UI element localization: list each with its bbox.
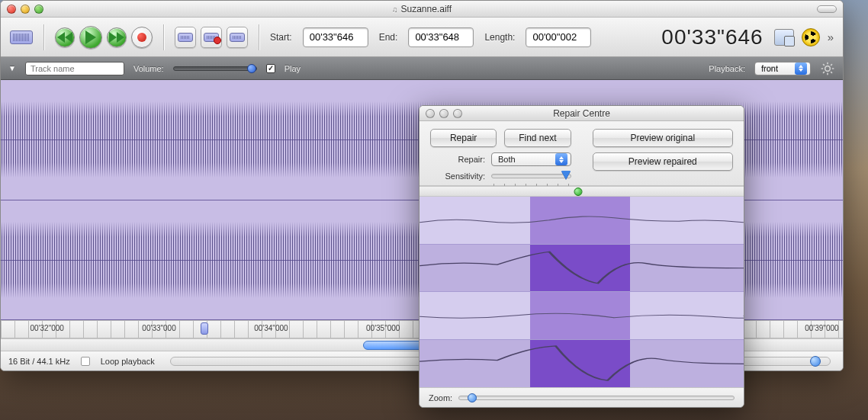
playback-label: Playback: bbox=[709, 64, 745, 73]
window-title-text: Suzanne.aiff bbox=[401, 4, 452, 14]
repair-button[interactable]: Repair bbox=[430, 129, 497, 147]
overflow-icon[interactable]: » bbox=[828, 30, 834, 43]
document-icon bbox=[392, 4, 401, 14]
svg-point-0 bbox=[825, 66, 831, 71]
repair-marker[interactable] bbox=[574, 188, 583, 196]
panel-zoom-slider-thumb[interactable] bbox=[468, 393, 477, 402]
ruler-tick: 00'39"000 bbox=[805, 324, 838, 332]
panel-controls: Repair Find next Repair: Both Sensitivit… bbox=[420, 121, 744, 186]
repair-channel[interactable] bbox=[420, 292, 744, 340]
track-name-input[interactable] bbox=[25, 62, 124, 75]
end-label: End: bbox=[379, 32, 398, 43]
length-label: Length: bbox=[484, 32, 515, 43]
panel-titlebar: Repair Centre bbox=[420, 106, 744, 121]
ruler-tick: 00'32"000 bbox=[31, 324, 64, 332]
process-region-button[interactable] bbox=[227, 27, 248, 48]
repair-channel[interactable] bbox=[420, 197, 744, 245]
playback-select-value: front bbox=[761, 64, 778, 73]
start-field[interactable]: 00'33"646 bbox=[303, 27, 368, 47]
volume-slider[interactable] bbox=[173, 66, 257, 71]
panel-title: Repair Centre bbox=[420, 108, 744, 119]
start-label: Start: bbox=[270, 32, 292, 43]
main-zoom-slider-thumb[interactable] bbox=[810, 356, 821, 367]
forward-button[interactable] bbox=[107, 27, 127, 47]
audio-format-label: 16 Bit / 44.1 kHz bbox=[8, 357, 70, 366]
preview-original-button[interactable]: Preview original bbox=[593, 129, 734, 147]
length-field[interactable]: 00'00"002 bbox=[526, 27, 591, 47]
repair-mode-select[interactable]: Both bbox=[491, 152, 571, 166]
panel-zoom-label: Zoom: bbox=[429, 393, 452, 402]
repair-waveform-area[interactable] bbox=[420, 197, 744, 387]
clear-region-button[interactable] bbox=[201, 27, 222, 48]
panel-zoom-slider[interactable] bbox=[458, 396, 735, 400]
repair-channel[interactable] bbox=[420, 340, 744, 388]
repair-channel[interactable] bbox=[420, 245, 744, 293]
repair-mode-value: Both bbox=[498, 155, 516, 164]
track-header-bar: ▼ Volume: ✓ Play Playback: front bbox=[1, 57, 843, 80]
find-next-button[interactable]: Find next bbox=[504, 129, 571, 147]
windows-icon[interactable] bbox=[774, 29, 794, 46]
repair-centre-panel: Repair Centre Repair Find next Repair: B… bbox=[419, 105, 744, 408]
titlebar: Suzanne.aiff bbox=[1, 1, 843, 18]
record-button[interactable] bbox=[131, 27, 153, 48]
ruler-tick: 00'35"000 bbox=[366, 324, 400, 332]
ruler-tick: 00'34"000 bbox=[254, 324, 288, 332]
chevron-updown-icon bbox=[555, 153, 567, 165]
play-checkbox[interactable]: ✓ bbox=[266, 64, 275, 73]
volume-label: Volume: bbox=[133, 64, 164, 73]
rewind-button[interactable] bbox=[55, 27, 75, 47]
play-checkbox-label: Play bbox=[285, 64, 301, 73]
gear-icon[interactable] bbox=[820, 61, 835, 76]
repair-mode-label: Repair: bbox=[430, 155, 485, 164]
end-field[interactable]: 00'33"648 bbox=[408, 27, 474, 47]
volume-slider-thumb[interactable] bbox=[247, 64, 256, 73]
window-title: Suzanne.aiff bbox=[1, 4, 843, 14]
chevron-updown-icon bbox=[795, 63, 807, 75]
playback-select[interactable]: front bbox=[754, 62, 811, 75]
ruler-tick: 00'33"000 bbox=[142, 324, 175, 332]
sensitivity-slider[interactable] bbox=[491, 174, 571, 178]
preview-repaired-button[interactable]: Preview repaired bbox=[593, 152, 734, 171]
select-region-button[interactable] bbox=[175, 27, 196, 48]
separator bbox=[259, 24, 259, 50]
marker-strip[interactable] bbox=[420, 186, 744, 197]
waveform-overview-icon[interactable] bbox=[10, 30, 33, 44]
play-button[interactable] bbox=[79, 26, 102, 49]
loop-playback-checkbox[interactable] bbox=[81, 357, 90, 366]
current-time-display: 00'33"646 bbox=[661, 25, 763, 50]
loop-playback-label: Loop playback bbox=[101, 357, 155, 366]
separator bbox=[163, 24, 164, 50]
toolbar: Start: 00'33"646 End: 00'33"648 Length: … bbox=[1, 18, 843, 57]
playhead-marker[interactable] bbox=[201, 322, 208, 335]
sensitivity-slider-thumb[interactable] bbox=[561, 171, 571, 179]
sensitivity-label: Sensitivity: bbox=[430, 172, 485, 181]
separator bbox=[43, 24, 44, 50]
panel-zoom-bar: Zoom: bbox=[420, 387, 744, 407]
burn-icon[interactable] bbox=[802, 28, 820, 46]
disclosure-icon[interactable]: ▼ bbox=[8, 64, 16, 72]
